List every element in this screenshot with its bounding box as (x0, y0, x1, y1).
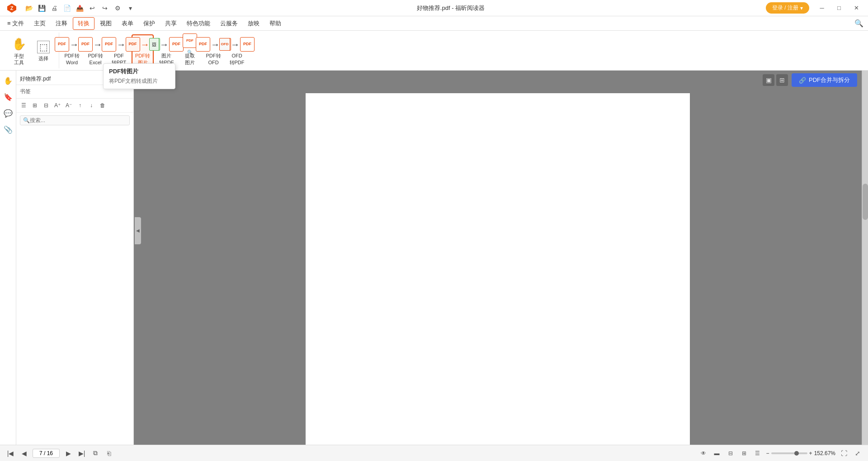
scrollbar-thumb[interactable] (863, 184, 868, 220)
single-page-view-button[interactable]: ▣ (763, 74, 774, 86)
zoom-slider-thumb (794, 451, 799, 456)
search-button[interactable]: 🔍 (853, 17, 865, 30)
login-dropdown-icon: ▾ (800, 5, 803, 11)
dropdown-icon[interactable]: ▾ (125, 3, 136, 14)
ribbon: ✋ 手型工具 ⬚ 选择 PDF → W PDF转Word PDF → X (0, 31, 868, 71)
redo-icon[interactable]: ↪ (99, 3, 110, 14)
maximize-button[interactable]: □ (831, 2, 847, 14)
menu-item-cloud[interactable]: 云服务 (216, 18, 242, 29)
content-top-bar: ▣ ⊞ 🔗 PDF合并与拆分 (134, 71, 862, 90)
image-to-pdf-icon: 🖼 → PDF (159, 37, 174, 52)
single-col-view-button[interactable]: ▬ (712, 448, 722, 458)
menu-item-help[interactable]: 帮助 (265, 18, 286, 29)
pdf-to-word-label: PDF转Word (65, 52, 80, 66)
export-icon[interactable]: 📤 (74, 3, 85, 14)
delete-bookmark-button[interactable]: 🗑 (97, 100, 108, 110)
pdf-merge-split-button[interactable]: 🔗 PDF合并与拆分 (792, 73, 857, 87)
customize-icon[interactable]: ⚙ (112, 3, 123, 14)
menu-item-home[interactable]: 主页 (29, 18, 50, 29)
insert-page-button[interactable]: ⎗ (104, 448, 114, 458)
extract-images-icon: PDF 🔍 (183, 37, 197, 52)
hand-icon: ✋ (12, 37, 26, 51)
ofd-to-pdf-icon: OFD → PDF (230, 37, 244, 52)
new-doc-icon[interactable]: 📄 (61, 3, 72, 14)
menu-item-convert[interactable]: 转换 (73, 17, 94, 30)
login-register-button[interactable]: 登录 / 注册 ▾ (766, 2, 809, 14)
svg-text:Z: Z (10, 5, 14, 11)
window-controls: ─ □ ✕ (814, 2, 864, 14)
zoom-out-button[interactable]: − (766, 450, 769, 456)
double-page-view-button[interactable]: ⊞ (776, 74, 788, 86)
pdf-to-excel-label: PDF转Excel (88, 52, 103, 66)
tooltip-title: PDF转图片 (109, 67, 170, 76)
text-size-up-button[interactable]: A⁺ (52, 100, 63, 110)
hand-tool-button[interactable]: ✋ 手型工具 (7, 34, 31, 68)
fit-window-button[interactable]: ⤢ (853, 448, 863, 458)
sidebar-hand-tool-icon[interactable]: ✋ (2, 74, 14, 87)
bottom-right-controls: 👁 ▬ ⊟ ⊞ ☰ − + 152.67% ⛶ ⤢ (698, 448, 863, 458)
ofd-to-pdf-button[interactable]: OFD → PDF OFD转PDF (226, 34, 248, 68)
select-tool-button[interactable]: ⬚ 选择 (32, 34, 55, 68)
multi-col-view-button[interactable]: ⊞ (739, 448, 749, 458)
select-tool-label: 选择 (38, 55, 48, 62)
ribbon-group-tools: ✋ 手型工具 ⬚ 选择 (4, 33, 59, 68)
close-button[interactable]: ✕ (848, 2, 864, 14)
menu-item-special[interactable]: 特色功能 (182, 18, 215, 29)
minimize-button[interactable]: ─ (814, 2, 830, 14)
open-file-icon[interactable]: 📂 (24, 3, 34, 14)
menu-item-form[interactable]: 表单 (117, 18, 138, 29)
menu-item-slideshow[interactable]: 放映 (243, 18, 264, 29)
menu-item-share[interactable]: 共享 (160, 18, 181, 29)
sidebar-attachment-icon[interactable]: 📎 (2, 123, 14, 136)
collapse-all-button[interactable]: ⊟ (41, 100, 52, 110)
sidebar-bookmark-icon[interactable]: 🔖 (2, 90, 14, 103)
fullscreen-button[interactable]: ⛶ (839, 448, 849, 458)
vertical-scrollbar[interactable] (862, 71, 868, 445)
logo[interactable]: Z (4, 0, 20, 16)
dual-col-view-button[interactable]: ⊟ (726, 448, 736, 458)
pdf-to-ppt-icon: PDF → P (112, 37, 126, 52)
add-bookmark-button[interactable]: ☰ (18, 100, 29, 110)
prev-page-button[interactable]: ◀ (19, 448, 29, 458)
pdf-to-ofd-icon: PDF → OFD (206, 37, 221, 52)
ribbon-items-tools: ✋ 手型工具 ⬚ 选择 (7, 33, 55, 68)
zoom-in-button[interactable]: + (809, 450, 812, 456)
menu-bar: ≡ 文件 主页 注释 转换 视图 表单 保护 共享 特色功能 云服务 放映 帮助… (0, 16, 868, 31)
menu-item-protect[interactable]: 保护 (139, 18, 160, 29)
move-up-button[interactable]: ↑ (75, 100, 85, 110)
pdf-to-image-icon: PDF → 🖼 (136, 37, 150, 52)
undo-icon[interactable]: ↩ (87, 3, 98, 14)
bookmark-search-box: 🔍 (20, 115, 130, 125)
tooltip-description: 将PDF文档转成图片 (109, 77, 170, 85)
page-input-wrap (33, 449, 60, 458)
hand-tool-label: 手型工具 (14, 53, 24, 66)
eye-view-button[interactable]: 👁 (698, 448, 708, 458)
panel: 好物推荐.pdf ✕ 书签 ☰ ⊞ ⊟ A⁺ A⁻ ↑ ↓ 🗑 🔍 (16, 71, 134, 445)
quick-access-toolbar: 📂 💾 🖨 📄 📤 ↩ ↪ ⚙ ▾ (24, 3, 136, 14)
pdf-to-image-tooltip: PDF转图片 将PDF文档转成图片 (103, 63, 175, 89)
expand-all-button[interactable]: ⊞ (29, 100, 40, 110)
bookmark-search-input[interactable] (30, 117, 127, 124)
last-page-button[interactable]: ▶| (77, 448, 87, 458)
pdf-to-ofd-label: PDF转OFD (206, 52, 221, 66)
page-number-input[interactable] (33, 449, 60, 458)
panel-collapse-handle[interactable]: ◀ (135, 217, 141, 244)
zoom-control: − + 152.67% (766, 450, 835, 456)
merge-icon: 🔗 (799, 77, 806, 84)
zoom-slider[interactable] (771, 452, 807, 454)
panel-toolbar: ☰ ⊞ ⊟ A⁺ A⁻ ↑ ↓ 🗑 (16, 99, 133, 113)
sidebar-comment-icon[interactable]: 💬 (2, 107, 14, 119)
next-page-button[interactable]: ▶ (63, 448, 73, 458)
first-page-button[interactable]: |◀ (5, 448, 15, 458)
sidebar-icons: ✋ 🔖 💬 📎 (0, 71, 16, 445)
menu-item-view[interactable]: 视图 (95, 18, 116, 29)
text-size-down-button[interactable]: A⁻ (63, 100, 74, 110)
scroll-view-button[interactable]: ☰ (753, 448, 763, 458)
save-icon[interactable]: 💾 (36, 3, 47, 14)
menu-item-comment[interactable]: 注释 (51, 18, 72, 29)
print-icon[interactable]: 🖨 (49, 3, 60, 14)
menu-item-file[interactable]: ≡ 文件 (3, 18, 28, 29)
move-down-button[interactable]: ↓ (86, 100, 97, 110)
copy-page-button[interactable]: ⧉ (90, 448, 100, 458)
view-mode-icons: ▣ ⊞ (763, 74, 788, 86)
